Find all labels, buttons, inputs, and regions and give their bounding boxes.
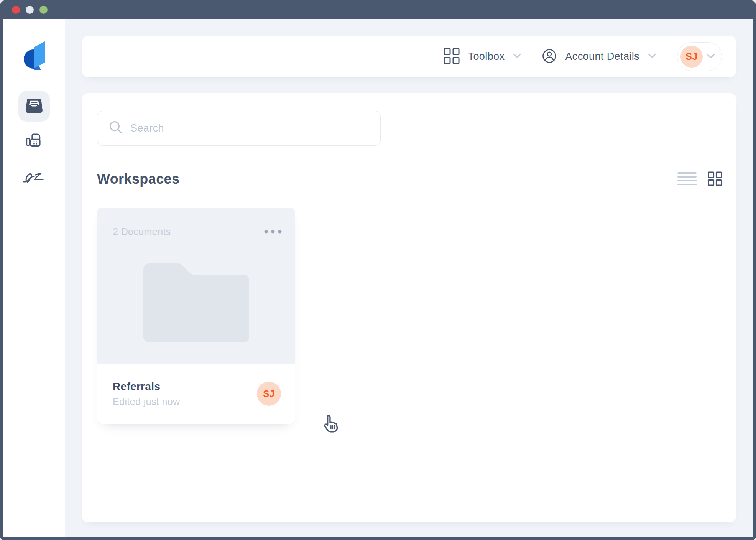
- search-box: [97, 111, 381, 146]
- workspace-card-preview: 2 Documents: [97, 208, 295, 364]
- fax-icon: [25, 132, 43, 151]
- sidebar: [3, 19, 65, 537]
- signature-icon: [23, 168, 46, 186]
- app-logo-icon: [23, 41, 45, 70]
- minimize-button[interactable]: [26, 6, 34, 14]
- chevron-down-icon: [513, 53, 521, 60]
- close-button[interactable]: [12, 6, 20, 14]
- top-header-bar: Toolbox Account: [82, 36, 736, 77]
- sidebar-item-signature[interactable]: [18, 161, 50, 192]
- grid-view-icon: [708, 171, 722, 187]
- workspace-card-footer: Referrals Edited just now SJ: [97, 364, 295, 424]
- app-body: Toolbox Account: [3, 19, 753, 537]
- user-avatar: SJ: [680, 46, 703, 68]
- grid-view-button[interactable]: [708, 171, 722, 187]
- window-titlebar: [0, 0, 756, 19]
- workspaces-header-row: Workspaces: [97, 171, 722, 187]
- account-details-button[interactable]: Account Details: [542, 49, 656, 64]
- inbox-tray-icon: [25, 98, 43, 115]
- ellipsis-icon: [264, 229, 282, 235]
- view-toggles: [677, 171, 722, 187]
- search-icon: [109, 120, 123, 136]
- sidebar-item-fax[interactable]: [18, 126, 50, 157]
- account-details-label: Account Details: [565, 51, 639, 63]
- workspace-card[interactable]: 2 Documents: [97, 208, 295, 424]
- toolbox-label: Toolbox: [468, 51, 505, 63]
- sidebar-item-inbox[interactable]: [18, 91, 50, 122]
- folder-illustration: [143, 263, 249, 344]
- toolbox-grid-icon: [444, 48, 460, 65]
- page-title: Workspaces: [97, 171, 179, 187]
- chevron-down-icon: [648, 53, 656, 60]
- list-view-icon: [677, 172, 697, 186]
- app-window: Toolbox Account: [0, 0, 756, 540]
- workspace-menu-button[interactable]: [262, 227, 284, 237]
- user-menu-button[interactable]: SJ: [677, 42, 722, 71]
- toolbox-button[interactable]: Toolbox: [444, 48, 522, 65]
- person-circle-icon: [542, 49, 557, 64]
- zoom-button[interactable]: [39, 6, 48, 14]
- content-area: Toolbox Account: [65, 19, 753, 537]
- workspaces-panel: Workspaces: [82, 93, 736, 522]
- search-input[interactable]: [130, 122, 369, 134]
- list-view-button[interactable]: [677, 172, 697, 186]
- sidebar-nav: [18, 91, 50, 192]
- chevron-down-icon: [706, 53, 715, 60]
- workspace-edited-label: Edited just now: [113, 396, 180, 407]
- workspace-owner-avatar: SJ: [257, 382, 281, 406]
- workspace-title: Referrals: [113, 380, 180, 393]
- document-count-label: 2 Documents: [113, 226, 171, 237]
